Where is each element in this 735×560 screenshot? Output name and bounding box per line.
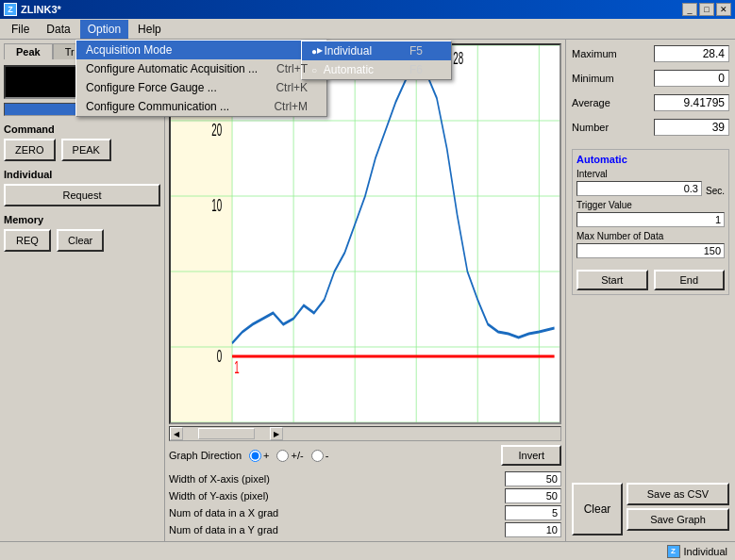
- svg-text:20: 20: [211, 121, 222, 140]
- max-data-input[interactable]: [576, 243, 725, 258]
- stat-average: Average 9.41795: [572, 94, 729, 111]
- submenu-individual[interactable]: ● Individual F5: [302, 41, 451, 60]
- option-menu: Acquisition Mode ● Individual F5 ○ Autom…: [75, 40, 327, 117]
- menu-bar: File Data Option Help: [0, 19, 735, 40]
- status-label: Individual: [684, 546, 727, 557]
- menu-data[interactable]: Data: [39, 20, 77, 39]
- close-button[interactable]: ✕: [716, 3, 731, 16]
- sec-label: Sec.: [706, 186, 725, 196]
- y-grad-label: Num of data in a Y grad: [169, 524, 499, 535]
- status-indicator: Z Individual: [667, 545, 727, 558]
- stat-number: Number 39: [572, 119, 729, 136]
- max-data-label: Max Number of Data: [576, 231, 725, 241]
- command-label: Command: [4, 124, 160, 135]
- request-button[interactable]: Request: [4, 184, 160, 206]
- app-title: ZLINK3*: [21, 4, 61, 15]
- x-grad-input[interactable]: [505, 505, 561, 520]
- start-button[interactable]: Start: [576, 270, 648, 290]
- menu-file[interactable]: File: [4, 20, 37, 39]
- axis-settings: Width of X-axis (pixel) Width of Y-axis …: [169, 471, 561, 537]
- save-graph-button[interactable]: Save Graph: [626, 508, 729, 531]
- individual-label: Individual: [4, 169, 160, 180]
- bottom-actions: Clear Save as CSV Save Graph: [572, 483, 729, 535]
- end-button[interactable]: End: [654, 270, 726, 290]
- radio-plus[interactable]: +: [249, 450, 269, 462]
- right-panel: Maximum 28.4 Minimum 0 Average 9.41795 N…: [565, 40, 735, 541]
- graph-direction-label: Graph Direction: [169, 450, 242, 461]
- y-grad-input[interactable]: [505, 522, 561, 537]
- title-bar: Z ZLINK3* _ □ ✕: [0, 0, 735, 19]
- tab-peak[interactable]: Peak: [4, 43, 53, 59]
- zero-button[interactable]: ZERO: [4, 139, 56, 161]
- radio-plus-minus[interactable]: +/-: [276, 450, 303, 462]
- avg-value: 9.41795: [654, 94, 729, 111]
- req-button[interactable]: REQ: [4, 229, 51, 252]
- menu-cfg-force[interactable]: Configure Force Gauge ... Ctrl+K: [76, 78, 326, 97]
- clear-button[interactable]: Clear: [572, 483, 623, 535]
- trigger-label: Trigger Value: [576, 200, 725, 210]
- save-buttons: Save as CSV Save Graph: [626, 483, 729, 535]
- status-bar: Z Individual: [0, 541, 735, 560]
- max-label: Maximum: [572, 48, 628, 59]
- command-buttons: ZERO PEAK: [4, 139, 160, 161]
- save-as-csv-button[interactable]: Save as CSV: [626, 483, 729, 505]
- menu-cfg-comm[interactable]: Configure Communication ... Ctrl+M: [76, 97, 326, 116]
- svg-text:10: 10: [211, 196, 222, 215]
- menu-cfg-automatic[interactable]: Configure Automatic Acquisition ... Ctrl…: [76, 59, 326, 78]
- svg-text:1: 1: [234, 358, 239, 377]
- scroll-thumb[interactable]: [198, 428, 255, 439]
- menu-option[interactable]: Option: [80, 20, 128, 39]
- graph-direction-row: Graph Direction + +/- - Invert: [169, 445, 561, 466]
- x-grad-label: Num of data in a X grad: [169, 507, 499, 519]
- num-value: 39: [654, 119, 729, 136]
- min-label: Minimum: [572, 73, 628, 84]
- stat-minimum: Minimum 0: [572, 70, 729, 87]
- invert-button[interactable]: Invert: [501, 445, 561, 466]
- num-label: Number: [572, 122, 628, 133]
- y-axis-label: Width of Y-axis (pixel): [169, 490, 499, 502]
- memory-buttons: REQ Clear: [4, 229, 160, 252]
- x-axis-input[interactable]: [505, 471, 561, 486]
- svg-text:0: 0: [217, 347, 222, 366]
- stat-maximum: Maximum 28.4: [572, 45, 729, 62]
- y-axis-input[interactable]: [505, 488, 561, 503]
- memory-clear-button[interactable]: Clear: [57, 229, 104, 252]
- scroll-left-arrow[interactable]: ◀: [170, 427, 183, 440]
- automatic-section: Automatic Interval Sec. Trigger Value Ma…: [572, 149, 729, 295]
- maximize-button[interactable]: □: [699, 3, 714, 16]
- max-value: 28.4: [654, 45, 729, 62]
- menu-help[interactable]: Help: [130, 20, 169, 39]
- automatic-title: Automatic: [576, 154, 725, 165]
- app-icon: Z: [4, 3, 17, 16]
- option-dropdown: Acquisition Mode ● Individual F5 ○ Autom…: [75, 40, 327, 117]
- minimize-button[interactable]: _: [682, 3, 697, 16]
- scroll-right-arrow[interactable]: ▶: [270, 427, 283, 440]
- interval-input[interactable]: [576, 181, 702, 196]
- interval-label: Interval: [576, 169, 725, 179]
- interval-row: Sec.: [576, 181, 725, 200]
- window-controls: _ □ ✕: [682, 3, 731, 16]
- graph-scrollbar[interactable]: ◀ ▶: [169, 426, 561, 441]
- peak-button[interactable]: PEAK: [61, 139, 111, 161]
- menu-acquisition-mode[interactable]: Acquisition Mode ● Individual F5 ○ Autom…: [76, 41, 326, 59]
- status-icon: Z: [667, 545, 680, 558]
- start-end-row: Start End: [576, 270, 725, 290]
- trigger-input[interactable]: [576, 212, 725, 227]
- min-value: 0: [654, 70, 729, 87]
- memory-label: Memory: [4, 214, 160, 225]
- radio-minus[interactable]: -: [311, 450, 329, 462]
- avg-label: Average: [572, 97, 628, 108]
- x-axis-label: Width of X-axis (pixel): [169, 473, 499, 485]
